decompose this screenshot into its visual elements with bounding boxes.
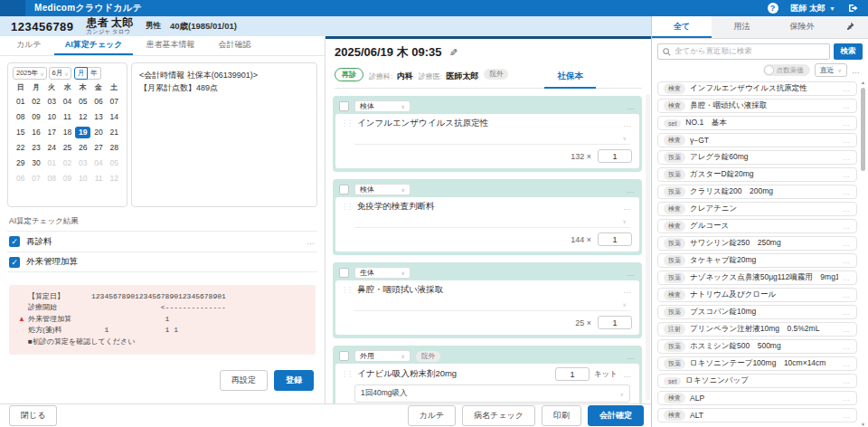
calendar-day[interactable]: 24 — [44, 142, 60, 154]
calendar-day[interactable]: 18 — [60, 127, 75, 138]
calendar-day[interactable]: 22 — [13, 142, 28, 154]
usage-select[interactable]: ∨ — [354, 216, 630, 228]
edit-pencil-icon[interactable]: ✎ — [449, 47, 458, 59]
more-menu-icon[interactable]: … — [843, 343, 851, 351]
category-select[interactable]: 生体∨ — [354, 267, 410, 279]
search-button[interactable]: 検索 — [834, 43, 863, 60]
calendar-day[interactable]: 04 — [60, 96, 75, 108]
more-menu-icon[interactable]: … — [623, 203, 632, 212]
logout-icon[interactable] — [848, 4, 859, 13]
more-menu-icon[interactable]: … — [843, 360, 851, 368]
checkbox-checked-icon[interactable]: ✓ — [9, 236, 20, 247]
master-item[interactable]: 投薬 ガスターD錠20mg … — [657, 167, 857, 182]
more-menu-icon[interactable]: … — [843, 291, 851, 299]
more-menu-icon[interactable]: … — [627, 102, 636, 111]
scroll-thumb[interactable] — [861, 88, 865, 171]
more-menu-icon[interactable]: … — [843, 102, 851, 110]
master-item[interactable]: 検査 鼻腔・咽頭拭い液採取 … — [657, 99, 857, 113]
calendar-day[interactable]: 08 — [13, 111, 28, 123]
usage-select[interactable]: 1回40mg吸入 ∨ — [354, 384, 630, 403]
master-item[interactable]: set NO.1 基本 … — [657, 116, 857, 130]
master-item[interactable]: 投薬 ロキソニンテープ100mg 10cm×14cm … — [657, 356, 857, 371]
more-menu-icon[interactable]: … — [843, 412, 851, 420]
calendar-day[interactable]: 01 — [13, 96, 28, 108]
category-select[interactable]: 検体∨ — [354, 184, 410, 195]
qty-input[interactable]: 1 — [598, 316, 632, 329]
calendar-day[interactable]: 13 — [90, 111, 106, 123]
calendar-day[interactable]: 19 — [75, 127, 90, 138]
more-menu-icon[interactable]: … — [843, 205, 851, 214]
calendar-day[interactable]: 27 — [90, 142, 106, 154]
master-item[interactable]: 検査 クレアチニン … — [657, 202, 857, 216]
calendar-day[interactable]: 05 — [75, 96, 90, 108]
left-tab[interactable]: 会計確認 — [207, 36, 261, 55]
calendar-day[interactable]: 05 — [107, 157, 122, 169]
master-item[interactable]: 注射 プリンペラン注射液10mg 0.5%2mL … — [657, 322, 857, 337]
more-menu-icon[interactable]: … — [843, 223, 851, 231]
master-item[interactable]: 検査 γ−GT … — [657, 133, 857, 147]
calendar-day[interactable]: 12 — [75, 111, 90, 123]
more-menu-icon[interactable]: … — [843, 377, 851, 385]
more-menu-icon[interactable]: … — [843, 119, 851, 128]
calendar-day[interactable]: 03 — [44, 96, 60, 108]
calendar-day[interactable]: 11 — [60, 111, 75, 123]
left-tab[interactable]: AI算定チェック — [54, 36, 134, 55]
calendar-day[interactable]: 09 — [28, 111, 43, 123]
register-button[interactable]: 登録 — [274, 370, 314, 391]
help-icon[interactable]: ? — [768, 3, 778, 14]
calendar-day[interactable]: 15 — [13, 127, 28, 138]
more-menu-icon[interactable]: … — [623, 119, 632, 128]
tab-uninsured[interactable]: 保険外 — [772, 16, 832, 38]
calendar-day[interactable]: 07 — [28, 173, 43, 185]
scroll-down-icon[interactable]: ▼ — [860, 422, 866, 427]
master-item[interactable]: 検査 インフルエンザウイルス抗原定性 … — [657, 81, 857, 96]
print-button[interactable]: 印刷 — [542, 405, 581, 426]
more-menu-icon[interactable]: … — [623, 286, 632, 295]
master-item[interactable]: 検査 ナトリウム及びクロール … — [657, 288, 857, 302]
more-menu-icon[interactable]: … — [843, 154, 851, 162]
more-menu-icon[interactable]: … — [843, 326, 851, 334]
calendar-day[interactable]: 02 — [60, 157, 75, 169]
scrollbar[interactable]: ▲ ▼ — [860, 80, 866, 427]
master-item[interactable]: 投薬 ブスコパン錠10mg … — [657, 305, 857, 319]
calendar-mode-toggle[interactable]: 月 年 — [74, 67, 101, 80]
calendar-day[interactable]: 03 — [75, 157, 90, 169]
calendar-day[interactable]: 10 — [75, 173, 90, 185]
calendar-day[interactable]: 29 — [13, 157, 28, 169]
master-item[interactable]: 投薬 ナゾネックス点鼻液50μg112噴霧用 9mg18g … — [657, 270, 857, 285]
calendar-day[interactable]: 01 — [44, 157, 60, 169]
calendar-day[interactable]: 25 — [60, 142, 75, 154]
search-input[interactable]: 全てから直近順に検索 — [657, 43, 830, 60]
card-checkbox[interactable] — [339, 268, 349, 278]
calendar-day[interactable]: 04 — [90, 157, 106, 169]
close-button[interactable]: 閉じる — [9, 405, 57, 426]
month-select[interactable]: 6月∨ — [49, 67, 71, 80]
left-tab[interactable]: カルテ — [5, 36, 52, 55]
master-item[interactable]: 投薬 タケキャブ錠20mg … — [657, 253, 857, 268]
scrollbar[interactable] — [646, 94, 650, 400]
tab-usage[interactable]: 用法 — [712, 16, 771, 38]
calendar-day[interactable]: 14 — [107, 111, 122, 123]
mode-month[interactable]: 月 — [74, 67, 89, 80]
card-checkbox[interactable] — [339, 351, 349, 361]
year-select[interactable]: 2025年∨ — [13, 67, 47, 80]
user-menu[interactable]: 医師 太郎 ▼ — [791, 3, 835, 14]
usage-select[interactable]: ∨ — [354, 133, 630, 145]
calendar-day[interactable]: 17 — [44, 127, 60, 138]
scroll-up-icon[interactable]: ▲ — [860, 80, 866, 85]
more-menu-icon[interactable]: … — [843, 137, 851, 145]
more-menu-icon[interactable]: … — [843, 171, 851, 179]
qty-input[interactable]: 1 — [598, 232, 632, 246]
dose-qty-input[interactable]: 1 — [555, 367, 590, 381]
price-toggle[interactable]: 点数薬価 — [763, 64, 810, 76]
calendar-day[interactable]: 06 — [90, 96, 106, 108]
calendar-day[interactable]: 30 — [28, 157, 43, 169]
drag-handle-icon[interactable]: ⋮⋮ — [341, 120, 352, 128]
pin-icon[interactable] — [832, 16, 868, 38]
mode-year[interactable]: 年 — [88, 67, 101, 80]
calendar-day[interactable]: 23 — [28, 142, 43, 154]
master-item[interactable]: 投薬 サワシリン錠250 250mg … — [657, 236, 857, 251]
master-item[interactable]: 投薬 ホスミシン錠500 500mg … — [657, 339, 857, 354]
calendar-day[interactable]: 20 — [90, 127, 106, 138]
more-menu-icon[interactable]: … — [843, 188, 851, 196]
